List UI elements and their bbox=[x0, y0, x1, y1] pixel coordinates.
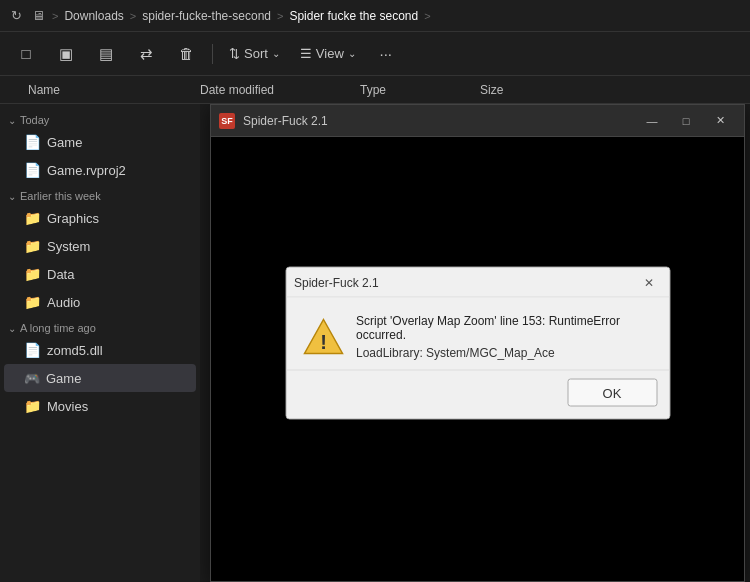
group-today: ⌄ Today bbox=[0, 108, 200, 128]
pc-icon: 🖥 bbox=[30, 8, 46, 24]
sidebar-item-label: Game bbox=[47, 135, 82, 150]
today-label: Today bbox=[20, 114, 49, 126]
new-folder-btn[interactable]: □ bbox=[8, 38, 44, 70]
folder-icon: 📁 bbox=[24, 238, 41, 254]
sidebar-item-game[interactable]: 📄 Game bbox=[4, 128, 196, 156]
sep2: > bbox=[130, 10, 136, 22]
sort-label: Sort bbox=[244, 46, 268, 61]
game-icon: 🎮 bbox=[24, 371, 40, 386]
main-area: ⌄ Today 📄 Game 📄 Game.rvproj2 ⌄ Earlier … bbox=[0, 104, 750, 582]
breadcrumb-second[interactable]: spider-fucke-the-second bbox=[142, 9, 271, 23]
content-area: SF Spider-Fuck 2.1 — □ ✕ Spider-Fuck 2.1… bbox=[200, 104, 750, 582]
delete-btn[interactable]: 🗑 bbox=[168, 38, 204, 70]
earlier-chevron: ⌄ bbox=[8, 191, 16, 202]
sidebar-item-label: Graphics bbox=[47, 211, 99, 226]
more-btn[interactable]: ··· bbox=[368, 38, 404, 70]
file-icon: 📄 bbox=[24, 134, 41, 150]
longtime-chevron: ⌄ bbox=[8, 323, 16, 334]
longtime-label: A long time ago bbox=[20, 322, 96, 334]
error-dialog: Spider-Fuck 2.1 ✕ ! Script 'Overlay Map … bbox=[285, 267, 670, 420]
title-bar: ↻ 🖥 > Downloads > spider-fucke-the-secon… bbox=[0, 0, 750, 32]
app-titlebar: SF Spider-Fuck 2.1 — □ ✕ bbox=[211, 105, 744, 137]
column-headers: Name Date modified Type Size bbox=[0, 76, 750, 104]
ok-button[interactable]: OK bbox=[567, 379, 657, 407]
today-chevron: ⌄ bbox=[8, 115, 16, 126]
sort-chevron: ⌄ bbox=[272, 48, 280, 59]
sidebar-item-label: zomd5.dll bbox=[47, 343, 103, 358]
minimize-btn[interactable]: — bbox=[636, 110, 668, 132]
sep1: > bbox=[52, 10, 58, 22]
sidebar-item-graphics[interactable]: 📁 Graphics bbox=[4, 204, 196, 232]
sidebar-item-gamervproj[interactable]: 📄 Game.rvproj2 bbox=[4, 156, 196, 184]
share-btn[interactable]: ⇄ bbox=[128, 38, 164, 70]
view-chevron: ⌄ bbox=[348, 48, 356, 59]
app-title: Spider-Fuck 2.1 bbox=[243, 114, 628, 128]
close-btn[interactable]: ✕ bbox=[704, 110, 736, 132]
toolbar: □ ▣ ▤ ⇄ 🗑 ⇅ Sort ⌄ ☰ View ⌄ ··· bbox=[0, 32, 750, 76]
dialog-text: Script 'Overlay Map Zoom' line 153: Runt… bbox=[356, 314, 653, 360]
sidebar-item-audio[interactable]: 📁 Audio bbox=[4, 288, 196, 316]
file-icon: 📄 bbox=[24, 162, 41, 178]
view-btn[interactable]: ☰ View ⌄ bbox=[292, 38, 364, 70]
win-controls: — □ ✕ bbox=[636, 110, 736, 132]
col-size[interactable]: Size bbox=[480, 83, 560, 97]
dialog-footer: OK bbox=[286, 370, 669, 419]
sidebar-item-movies[interactable]: 📁 Movies bbox=[4, 392, 196, 420]
sidebar-item-zomd5[interactable]: 📄 zomd5.dll bbox=[4, 336, 196, 364]
sep3: > bbox=[277, 10, 283, 22]
sep4: > bbox=[424, 10, 430, 22]
dialog-message-secondary: LoadLibrary: System/MGC_Map_Ace bbox=[356, 346, 653, 360]
copy-btn[interactable]: ▣ bbox=[48, 38, 84, 70]
breadcrumb-current[interactable]: Spider fucke the second bbox=[289, 9, 418, 23]
app-window: SF Spider-Fuck 2.1 — □ ✕ Spider-Fuck 2.1… bbox=[210, 104, 745, 582]
dialog-message-primary: Script 'Overlay Map Zoom' line 153: Runt… bbox=[356, 314, 653, 342]
sidebar-item-label: Game.rvproj2 bbox=[47, 163, 126, 178]
view-label: View bbox=[316, 46, 344, 61]
folder-icon: 📁 bbox=[24, 294, 41, 310]
paste-btn[interactable]: ▤ bbox=[88, 38, 124, 70]
sidebar-item-label: Data bbox=[47, 267, 74, 282]
folder-icon: 📁 bbox=[24, 398, 41, 414]
sidebar-item-system[interactable]: 📁 System bbox=[4, 232, 196, 260]
app-icon: SF bbox=[219, 113, 235, 129]
earlier-label: Earlier this week bbox=[20, 190, 101, 202]
maximize-btn[interactable]: □ bbox=[670, 110, 702, 132]
group-longtime: ⌄ A long time ago bbox=[0, 316, 200, 336]
col-name[interactable]: Name bbox=[0, 83, 200, 97]
dialog-title: Spider-Fuck 2.1 bbox=[294, 275, 637, 289]
group-earlier: ⌄ Earlier this week bbox=[0, 184, 200, 204]
dialog-close-btn[interactable]: ✕ bbox=[637, 271, 661, 293]
sidebar-item-label: Audio bbox=[47, 295, 80, 310]
dialog-titlebar: Spider-Fuck 2.1 ✕ bbox=[286, 268, 669, 298]
folder-icon: 📁 bbox=[24, 266, 41, 282]
sort-btn[interactable]: ⇅ Sort ⌄ bbox=[221, 38, 288, 70]
col-type[interactable]: Type bbox=[360, 83, 480, 97]
sidebar-item-game2[interactable]: 🎮 Game bbox=[4, 364, 196, 392]
app-body: Spider-Fuck 2.1 ✕ ! Script 'Overlay Map … bbox=[211, 137, 744, 581]
sidebar: ⌄ Today 📄 Game 📄 Game.rvproj2 ⌄ Earlier … bbox=[0, 104, 200, 582]
sidebar-item-label: Movies bbox=[47, 399, 88, 414]
toolbar-sep bbox=[212, 44, 213, 64]
file-icon: 📄 bbox=[24, 342, 41, 358]
back-icon[interactable]: ↻ bbox=[8, 8, 24, 24]
svg-text:!: ! bbox=[320, 331, 327, 353]
col-date[interactable]: Date modified bbox=[200, 83, 360, 97]
view-icon: ☰ bbox=[300, 46, 312, 61]
breadcrumb-downloads[interactable]: Downloads bbox=[64, 9, 123, 23]
dialog-body: ! Script 'Overlay Map Zoom' line 153: Ru… bbox=[286, 298, 669, 370]
sidebar-item-label: System bbox=[47, 239, 90, 254]
sidebar-item-label: Game bbox=[46, 371, 81, 386]
warning-icon: ! bbox=[302, 316, 344, 358]
sort-icon: ⇅ bbox=[229, 46, 240, 61]
folder-icon: 📁 bbox=[24, 210, 41, 226]
sidebar-item-data[interactable]: 📁 Data bbox=[4, 260, 196, 288]
